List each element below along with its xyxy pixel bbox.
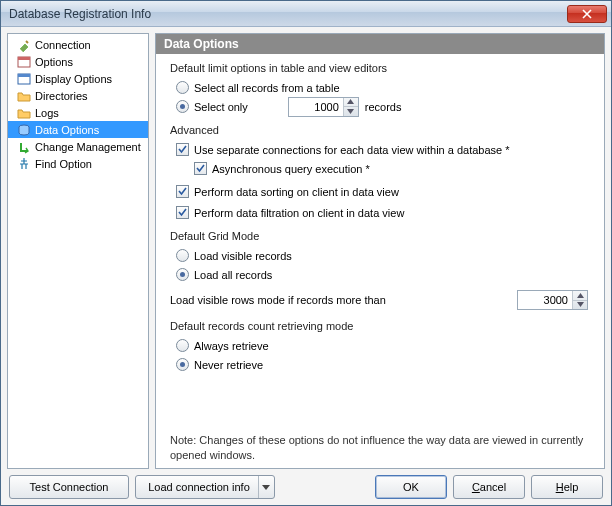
check-filter-client[interactable] <box>176 206 189 219</box>
spinner-limit[interactable] <box>288 97 359 117</box>
row-filter-client[interactable]: Perform data filtration on client in dat… <box>176 203 590 222</box>
radio-never-retrieve[interactable] <box>176 358 189 371</box>
label-select-only: Select only <box>194 101 248 113</box>
group-retrieve: Default records count retrieving mode Al… <box>170 320 590 374</box>
label-more-than: Load visible rows mode if records more t… <box>170 294 386 306</box>
form-icon <box>16 54 32 70</box>
tree-item-directories[interactable]: Directories <box>8 87 148 104</box>
tree-item-label: Options <box>35 56 73 68</box>
spinner-arrows-2 <box>572 291 587 309</box>
group-limit: Default limit options in table and view … <box>170 62 590 116</box>
label-records-suffix: records <box>365 101 402 113</box>
tree-item-logs[interactable]: Logs <box>8 104 148 121</box>
find-icon <box>16 156 32 172</box>
row-never-retrieve[interactable]: Never retrieve <box>176 355 590 374</box>
panel-body: Default limit options in table and view … <box>156 54 604 468</box>
tree-item-connection[interactable]: Connection <box>8 36 148 53</box>
svg-rect-3 <box>18 74 30 77</box>
radio-load-visible[interactable] <box>176 249 189 262</box>
load-connection-info-button[interactable]: Load connection info <box>135 475 275 499</box>
row-select-only[interactable]: Select only records <box>176 97 590 116</box>
row-sort-client[interactable]: Perform data sorting on client in data v… <box>176 182 590 201</box>
spinner-up-2[interactable] <box>573 291 587 301</box>
row-separate-conn[interactable]: Use separate connections for each data v… <box>176 140 590 159</box>
svg-rect-1 <box>18 57 30 60</box>
window-title: Database Registration Info <box>9 7 567 21</box>
group-title-limit: Default limit options in table and view … <box>170 62 590 74</box>
group-title-retrieve: Default records count retrieving mode <box>170 320 590 332</box>
row-load-all[interactable]: Load all records <box>176 265 590 284</box>
display-icon <box>16 71 32 87</box>
tree-item-data-options[interactable]: Data Options <box>8 121 148 138</box>
group-title-grid: Default Grid Mode <box>170 230 590 242</box>
row-load-visible[interactable]: Load visible records <box>176 246 590 265</box>
radio-select-all[interactable] <box>176 81 189 94</box>
radio-select-only[interactable] <box>176 100 189 113</box>
label-always-retrieve: Always retrieve <box>194 340 269 352</box>
dropdown-toggle[interactable] <box>258 476 274 498</box>
tree-item-label: Display Options <box>35 73 112 85</box>
label-async-query: Asynchronous query execution * <box>212 163 370 175</box>
row-always-retrieve[interactable]: Always retrieve <box>176 336 590 355</box>
load-connection-info-label: Load connection info <box>148 481 250 493</box>
check-sort-client[interactable] <box>176 185 189 198</box>
button-row: Test Connection Load connection info OK … <box>7 475 605 499</box>
label-select-all: Select all records from a table <box>194 82 340 94</box>
radio-load-all[interactable] <box>176 268 189 281</box>
panel-title: Data Options <box>156 34 604 54</box>
spinner-down[interactable] <box>344 107 358 116</box>
close-icon <box>582 9 592 19</box>
test-connection-button[interactable]: Test Connection <box>9 475 129 499</box>
label-separate-conn: Use separate connections for each data v… <box>194 144 510 156</box>
group-advanced: Advanced Use separate connections for ea… <box>170 124 590 222</box>
tree-item-label: Directories <box>35 90 88 102</box>
input-limit-value[interactable] <box>289 98 343 116</box>
check-separate-conn[interactable] <box>176 143 189 156</box>
tree-item-label: Change Management <box>35 141 141 153</box>
row-async-query[interactable]: Asynchronous query execution * <box>194 159 590 178</box>
spinner-up[interactable] <box>344 98 358 108</box>
label-filter-client: Perform data filtration on client in dat… <box>194 207 404 219</box>
tree-item-label: Data Options <box>35 124 99 136</box>
tree-item-label: Find Option <box>35 158 92 170</box>
dialog-body: ConnectionOptionsDisplay OptionsDirector… <box>1 27 611 505</box>
titlebar[interactable]: Database Registration Info <box>1 1 611 27</box>
spinner-down-2[interactable] <box>573 301 587 310</box>
note-text: Note: Changes of these options do not in… <box>170 423 590 462</box>
check-async-query[interactable] <box>194 162 207 175</box>
plug-icon <box>16 37 32 53</box>
chevron-down-icon <box>262 485 270 490</box>
label-load-all: Load all records <box>194 269 272 281</box>
tree-item-change-management[interactable]: Change Management <box>8 138 148 155</box>
folder-icon <box>16 105 32 121</box>
tree-item-label: Connection <box>35 39 91 51</box>
spinner-arrows <box>343 98 358 116</box>
content-panel: Data Options Default limit options in ta… <box>155 33 605 469</box>
nav-tree[interactable]: ConnectionOptionsDisplay OptionsDirector… <box>7 33 149 469</box>
label-sort-client: Perform data sorting on client in data v… <box>194 186 399 198</box>
label-never-retrieve: Never retrieve <box>194 359 263 371</box>
group-title-advanced: Advanced <box>170 124 590 136</box>
data-icon <box>16 122 32 138</box>
group-grid: Default Grid Mode Load visible records L… <box>170 230 590 312</box>
spinner-more-than[interactable] <box>517 290 588 310</box>
ok-button[interactable]: OK <box>375 475 447 499</box>
main-row: ConnectionOptionsDisplay OptionsDirector… <box>7 33 605 469</box>
input-more-than-value[interactable] <box>518 291 572 309</box>
close-button[interactable] <box>567 5 607 23</box>
cancel-button[interactable]: Cancel <box>453 475 525 499</box>
help-button[interactable]: Help <box>531 475 603 499</box>
change-icon <box>16 139 32 155</box>
row-select-all[interactable]: Select all records from a table <box>176 78 590 97</box>
tree-item-label: Logs <box>35 107 59 119</box>
tree-item-display-options[interactable]: Display Options <box>8 70 148 87</box>
row-more-than: Load visible rows mode if records more t… <box>170 290 590 310</box>
dialog-window: Database Registration Info ConnectionOpt… <box>0 0 612 506</box>
tree-item-options[interactable]: Options <box>8 53 148 70</box>
label-load-visible: Load visible records <box>194 250 292 262</box>
folder-icon <box>16 88 32 104</box>
radio-always-retrieve[interactable] <box>176 339 189 352</box>
tree-item-find-option[interactable]: Find Option <box>8 155 148 172</box>
